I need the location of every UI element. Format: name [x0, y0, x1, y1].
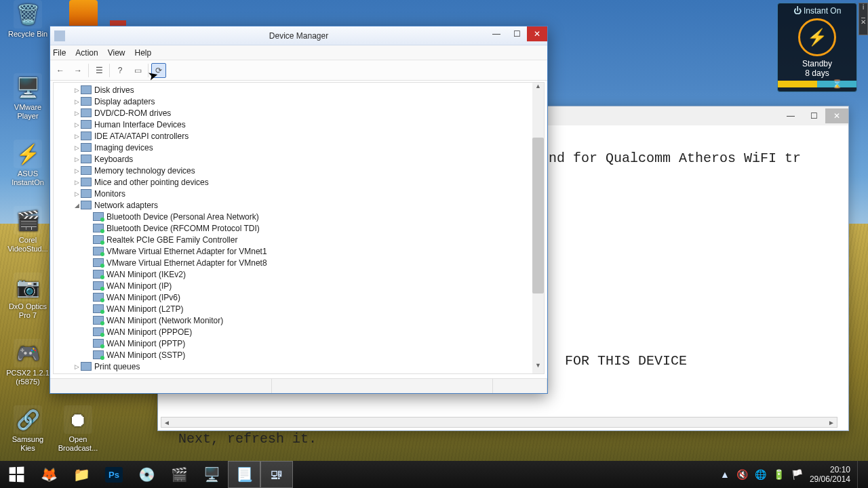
tree-node[interactable]: ▷Memory technology devices: [55, 165, 542, 176]
tree-node[interactable]: ◢Network adapters: [55, 199, 542, 211]
maximize-button[interactable]: ☐: [507, 26, 527, 41]
menu-help[interactable]: Help: [135, 48, 152, 58]
tree-node[interactable]: ▷Keyboards: [55, 153, 542, 165]
tree-node[interactable]: WAN Miniport (L2TP): [55, 303, 542, 314]
charms-handle[interactable]: i⎯✕: [859, 3, 868, 35]
firefox-icon[interactable]: 🦊: [33, 461, 65, 488]
tree-node[interactable]: ▷Print queues: [55, 361, 542, 372]
expand-icon[interactable]: ▷: [73, 133, 81, 140]
menu-view[interactable]: View: [108, 48, 125, 58]
expand-icon[interactable]: ▷: [73, 87, 81, 94]
photoshop-icon[interactable]: Ps: [98, 461, 130, 488]
network-adapter-icon: [93, 350, 104, 359]
tray-icon[interactable]: 🌐: [755, 469, 766, 480]
tree-node[interactable]: WAN Miniport (IPv6): [55, 291, 542, 303]
tray-icon[interactable]: 🔋: [773, 469, 785, 480]
desktop-icon-dxo-optics-pro-7[interactable]: 📷DxO Optics Pro 7: [4, 272, 52, 319]
back-icon[interactable]: ←: [53, 63, 68, 78]
tree-node[interactable]: ▷Mice and other pointing devices: [55, 176, 542, 188]
minimize-button[interactable]: —: [779, 108, 802, 123]
tree-node[interactable]: WAN Miniport (PPTP): [55, 338, 542, 349]
corel-task-icon[interactable]: 🎬: [163, 461, 195, 488]
collapse-icon[interactable]: ◢: [73, 202, 81, 209]
desktop-icon-pcsx2-1-2-1-r5875-[interactable]: 🎮PCSX2 1.2.1 (r5875): [4, 339, 52, 386]
scroll-left-arrow-icon[interactable]: ◄: [161, 419, 172, 426]
tree-node[interactable]: ▷IDE ATA/ATAPI controllers: [55, 130, 542, 142]
desktop-icon-open-broadcast-[interactable]: ⏺Open Broadcast...: [54, 405, 102, 452]
tree-node[interactable]: WAN Miniport (PPPOE): [55, 326, 542, 338]
expand-icon[interactable]: ▷: [73, 121, 81, 128]
task-icon[interactable]: 📃: [228, 461, 260, 488]
menu-file[interactable]: File: [53, 48, 66, 58]
taskbar[interactable]: 🦊📁Ps💿🎬🖥️📃🖳 ▲🔇🌐🔋🏳️ 20:10 29/06/2014: [0, 461, 868, 488]
expand-icon[interactable]: ▷: [73, 156, 81, 163]
vmware-task-icon[interactable]: 🖥️: [195, 461, 228, 488]
desktop-icon-asus-instanton[interactable]: ⚡ASUS InstantOn: [4, 140, 52, 186]
tree-node[interactable]: ▷Imaging devices: [55, 142, 542, 153]
maximize-button[interactable]: ☐: [802, 108, 825, 123]
tree-node[interactable]: ▷DVD/CD-ROM drives: [55, 107, 542, 119]
tree-node[interactable]: Realtek PCIe GBE Family Controller: [55, 234, 542, 245]
tree-node[interactable]: ▷Display adapters: [55, 96, 542, 107]
tree-node[interactable]: ▷Human Interface Devices: [55, 119, 542, 130]
vertical-scrollbar[interactable]: ▲ ▼: [532, 83, 544, 373]
expand-icon[interactable]: ▷: [73, 363, 81, 370]
explorer-icon[interactable]: 📁: [65, 461, 98, 488]
tray-icon[interactable]: 🔇: [736, 469, 748, 480]
devmgr-task-icon[interactable]: 🖳: [260, 461, 293, 488]
desktop-icon-corel-videostud-[interactable]: 🎬Corel VideoStud...: [4, 206, 52, 253]
desktop-icon-recycle-bin[interactable]: 🗑️Recycle Bin: [4, 0, 52, 39]
tree-node[interactable]: WAN Miniport (Network Monitor): [55, 314, 542, 326]
forward-icon[interactable]: →: [71, 63, 85, 78]
help-icon[interactable]: ?: [113, 63, 127, 78]
scroll-down-arrow-icon[interactable]: ▼: [532, 362, 544, 373]
menu-bar[interactable]: FileActionViewHelp: [50, 45, 547, 60]
expand-icon[interactable]: ▷: [73, 179, 81, 186]
menu-action[interactable]: Action: [75, 48, 98, 58]
tree-node[interactable]: VMware Virtual Ethernet Adapter for VMne…: [55, 257, 542, 268]
instant-on-widget[interactable]: ⏻ Instant On ⚡ Standby 8 days ⌛: [777, 3, 857, 92]
scrollbar-thumb[interactable]: [532, 138, 544, 293]
show-desktop-button[interactable]: [857, 461, 863, 488]
expand-icon[interactable]: ▷: [73, 167, 81, 174]
minimize-button[interactable]: —: [486, 26, 507, 41]
device-manager-titlebar[interactable]: Device Manager — ☐ ✕: [50, 26, 547, 45]
close-button[interactable]: ✕: [825, 108, 848, 123]
expand-icon[interactable]: ▷: [73, 190, 81, 197]
desktop-icon-label: Samsung Kies: [4, 435, 52, 452]
instant-on-mode-bars[interactable]: ⌛: [778, 81, 856, 87]
close-button[interactable]: ✕: [527, 26, 547, 41]
tree-node[interactable]: ▷Processors: [55, 372, 542, 374]
tree-node[interactable]: VMware Virtual Ethernet Adapter for VMne…: [55, 245, 542, 257]
system-tray[interactable]: ▲🔇🌐🔋🏳️ 20:10 29/06/2014: [720, 461, 868, 488]
expand-icon[interactable]: ▷: [73, 98, 81, 105]
show-tree-icon[interactable]: ☰: [92, 63, 106, 78]
device-manager-window[interactable]: Device Manager — ☐ ✕ FileActionViewHelp …: [50, 26, 548, 394]
device-tree[interactable]: ▷Disk drives▷Display adapters▷DVD/CD-ROM…: [53, 82, 545, 374]
tree-node-label: WAN Miniport (Network Monitor): [106, 316, 223, 325]
tree-node[interactable]: Bluetooth Device (Personal Area Network): [55, 211, 542, 222]
expand-icon[interactable]: ▷: [73, 110, 81, 117]
tree-node[interactable]: WAN Miniport (IKEv2): [55, 268, 542, 280]
device-category-icon: [81, 166, 92, 175]
desktop-icon-vmware-player[interactable]: 🖥️VMware Player: [4, 73, 52, 120]
start-button[interactable]: [0, 461, 33, 488]
media-icon[interactable]: 💿: [130, 461, 163, 488]
scroll-up-arrow-icon[interactable]: ▲: [532, 83, 544, 94]
tree-node[interactable]: WAN Miniport (IP): [55, 280, 542, 291]
tree-node[interactable]: ▷Disk drives: [55, 84, 542, 96]
instant-on-status: Standby: [778, 59, 856, 68]
tree-node-label: Monitors: [94, 189, 125, 199]
properties-icon[interactable]: ▭: [130, 63, 145, 78]
notepad-horizontal-scrollbar[interactable]: ◄ ►: [161, 417, 837, 428]
tree-node[interactable]: WAN Miniport (SSTP): [55, 349, 542, 361]
tray-icon[interactable]: ▲: [720, 469, 730, 480]
tree-node[interactable]: ▷Monitors: [55, 188, 542, 199]
expand-icon[interactable]: ▷: [73, 144, 81, 151]
tree-node[interactable]: Bluetooth Device (RFCOMM Protocol TDI): [55, 222, 542, 234]
clock[interactable]: 20:10 29/06/2014: [810, 465, 850, 485]
scroll-right-arrow-icon[interactable]: ►: [826, 419, 837, 426]
tray-icon[interactable]: 🏳️: [791, 469, 803, 480]
toolbar[interactable]: ←→☰?▭⟳: [50, 60, 547, 81]
desktop-icon-samsung-kies[interactable]: 🔗Samsung Kies: [4, 405, 52, 452]
